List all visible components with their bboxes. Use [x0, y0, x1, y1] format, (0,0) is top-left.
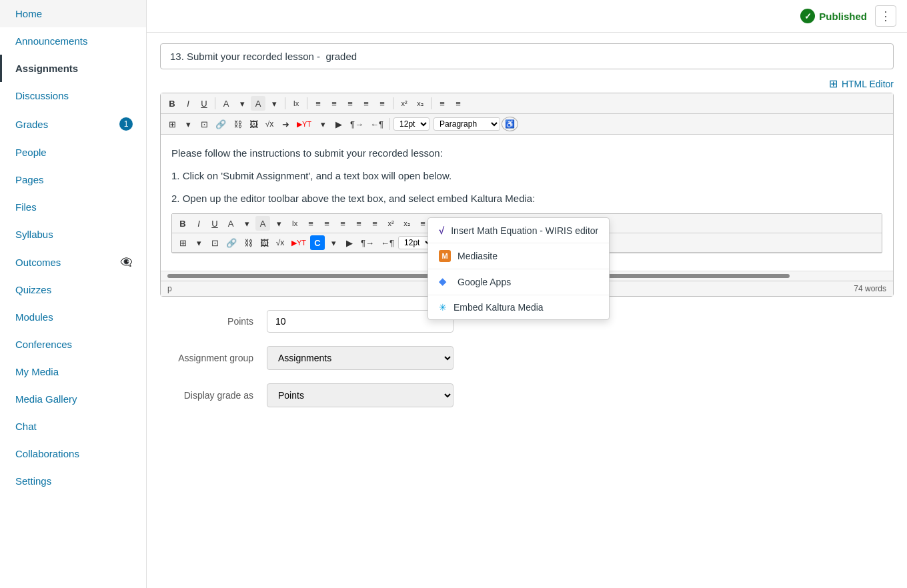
inner-bold-button[interactable]: B — [175, 216, 190, 231]
inner-youtube[interactable]: ▶YT — [289, 235, 309, 250]
word-count: 74 words — [854, 284, 886, 293]
inner-highlight-drop[interactable]: ▾ — [271, 216, 286, 231]
sidebar-item-collaborations[interactable]: Collaborations — [0, 440, 146, 467]
more-options-button[interactable]: ⋮ — [875, 5, 896, 27]
clear-format-button[interactable]: Ix — [289, 96, 303, 111]
sidebar-item-settings[interactable]: Settings — [0, 467, 146, 495]
font-color-button[interactable]: A — [219, 96, 233, 111]
sidebar-item-modules[interactable]: Modules — [0, 303, 146, 331]
inner-font-color[interactable]: A — [223, 216, 238, 231]
sidebar-item-grades[interactable]: Grades 1 — [0, 109, 146, 139]
image-button[interactable]: 🖼 — [246, 117, 261, 131]
dropdown-item-google[interactable]: ◆ Google Apps — [428, 269, 609, 295]
inner-clear[interactable]: Ix — [287, 216, 302, 231]
sidebar-item-label: Home — [15, 8, 42, 19]
assignment-group-select[interactable]: Assignments — [267, 346, 454, 370]
align-justify-button[interactable]: ≡ — [359, 96, 373, 111]
highlight-dropdown[interactable]: ▾ — [267, 96, 281, 111]
italic-button[interactable]: I — [181, 96, 195, 111]
inner-align-l[interactable]: ≡ — [303, 216, 318, 231]
inner-font-color-drop[interactable]: ▾ — [239, 216, 254, 231]
highlight-button[interactable]: A — [251, 96, 265, 111]
video-button[interactable]: ▶ — [331, 117, 346, 131]
indent-button[interactable]: ≡ — [375, 96, 389, 111]
table-dropdown[interactable]: ▾ — [181, 117, 195, 131]
inner-indent[interactable]: ≡ — [367, 216, 382, 231]
sidebar-item-chat[interactable]: Chat — [0, 413, 146, 440]
inner-math[interactable]: √x — [273, 235, 287, 250]
math-button[interactable]: √x — [262, 117, 277, 131]
bold-button[interactable]: B — [165, 96, 179, 111]
inner-media[interactable]: ⊡ — [207, 235, 222, 250]
html-editor-link[interactable]: HTML Editor — [842, 79, 894, 89]
subscript-button[interactable]: x₂ — [413, 96, 427, 111]
superscript-button[interactable]: x² — [397, 96, 411, 111]
inner-align-c[interactable]: ≡ — [319, 216, 334, 231]
align-left-button[interactable]: ≡ — [311, 96, 325, 111]
inner-sub[interactable]: x₂ — [399, 216, 414, 231]
inner-ltr[interactable]: ¶→ — [358, 235, 377, 250]
inner-image[interactable]: 🖼 — [257, 235, 271, 250]
inner-align-r[interactable]: ≡ — [335, 216, 350, 231]
align-center-button[interactable]: ≡ — [327, 96, 341, 111]
unlink-button[interactable]: ⛓ — [230, 117, 245, 131]
sidebar-item-announcements[interactable]: Announcements — [0, 27, 146, 55]
dropdown-item-label: Mediasite — [458, 251, 498, 261]
arrow-button[interactable]: ➜ — [278, 117, 293, 131]
editor-area[interactable]: Please follow the instructions to submit… — [161, 135, 893, 281]
accessibility-button[interactable]: ♿ — [502, 117, 518, 131]
sidebar-item-label: Collaborations — [15, 448, 79, 459]
sidebar-item-outcomes[interactable]: Outcomes 👁‍🗨 — [0, 248, 146, 276]
paragraph-select[interactable]: Paragraph Heading 1 Heading 2 — [433, 117, 500, 131]
numbered-list-button[interactable]: ≡ — [451, 96, 466, 111]
toolbar-row2: ⊞ ▾ ⊡ 🔗 ⛓ 🖼 √x ➜ ▶YT ▾ ▶ ¶→ ←¶ 12pt 10pt… — [161, 114, 893, 135]
sidebar-item-label: Syllabus — [15, 229, 53, 240]
inner-table-drop[interactable]: ▾ — [191, 235, 206, 250]
sidebar-item-home[interactable]: Home — [0, 0, 146, 27]
sidebar-item-my-media[interactable]: My Media — [0, 358, 146, 385]
dropdown-item-math[interactable]: √ Insert Math Equation - WIRIS editor — [428, 218, 609, 243]
dropdown-item-kaltura[interactable]: ✳ Embed Kaltura Media — [428, 295, 609, 319]
inner-external-drop[interactable]: C — [310, 235, 325, 250]
media-embed-button[interactable]: ⊡ — [197, 117, 211, 131]
ltr-button[interactable]: ¶→ — [347, 117, 366, 131]
rtl-button[interactable]: ←¶ — [367, 117, 386, 131]
font-size-select[interactable]: 12pt 10pt 14pt 18pt 24pt — [393, 117, 429, 131]
inner-align-j[interactable]: ≡ — [351, 216, 366, 231]
points-input[interactable] — [267, 310, 454, 333]
inner-underline-button[interactable]: U — [207, 216, 222, 231]
assignment-group-row: Assignment group Assignments — [160, 346, 894, 370]
sidebar-item-files[interactable]: Files — [0, 193, 146, 221]
inner-external-drop2[interactable]: ▾ — [326, 235, 341, 250]
sidebar-item-people[interactable]: People — [0, 139, 146, 166]
inner-video[interactable]: ▶ — [342, 235, 357, 250]
sidebar-item-discussions[interactable]: Discussions — [0, 82, 146, 109]
sidebar-item-conferences[interactable]: Conferences — [0, 331, 146, 358]
inner-italic-button[interactable]: I — [191, 216, 206, 231]
sidebar-item-assignments[interactable]: Assignments — [0, 55, 146, 82]
sidebar-item-label: Outcomes — [15, 257, 61, 268]
font-color-dropdown[interactable]: ▾ — [235, 96, 249, 111]
sidebar-item-pages[interactable]: Pages — [0, 166, 146, 193]
inner-sup[interactable]: x² — [383, 216, 398, 231]
assignment-title-input[interactable] — [160, 43, 894, 69]
dropdown-item-mediasite[interactable]: M Mediasite — [428, 243, 609, 269]
inner-table[interactable]: ⊞ — [175, 235, 190, 250]
sidebar-item-label: Chat — [15, 421, 37, 432]
align-right-button[interactable]: ≡ — [343, 96, 357, 111]
inner-highlight[interactable]: A — [255, 216, 270, 231]
inner-link[interactable]: 🔗 — [223, 235, 239, 250]
sidebar-item-media-gallery[interactable]: Media Gallery — [0, 385, 146, 413]
link-button[interactable]: 🔗 — [213, 117, 229, 131]
inner-rtl[interactable]: ←¶ — [378, 235, 397, 250]
sidebar-item-syllabus[interactable]: Syllabus — [0, 221, 146, 248]
underline-button[interactable]: U — [197, 96, 211, 111]
table-button[interactable]: ⊞ — [165, 117, 179, 131]
inner-unlink[interactable]: ⛓ — [241, 235, 255, 250]
sidebar-item-quizzes[interactable]: Quizzes — [0, 276, 146, 303]
external-tools-dropdown[interactable]: ▾ — [315, 117, 330, 131]
display-grade-select[interactable]: Points Percentage Letter Grade GPA Scale… — [267, 383, 454, 407]
points-label: Points — [160, 316, 267, 327]
bullet-list-button[interactable]: ≡ — [435, 96, 449, 111]
youtube-button[interactable]: ▶YT — [294, 117, 314, 131]
